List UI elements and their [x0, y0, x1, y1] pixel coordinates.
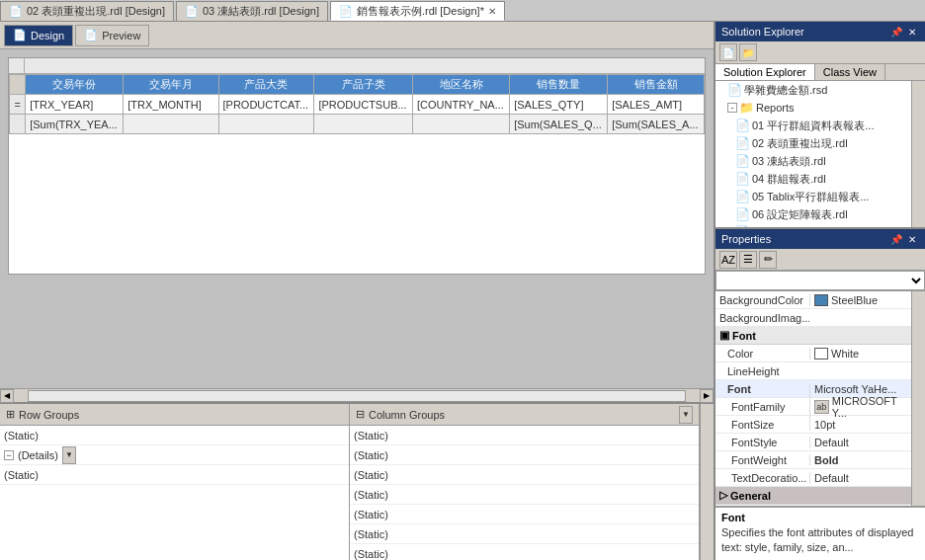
prop-category-font[interactable]: ▣ Font: [715, 327, 911, 345]
row-group-static-1: (Static): [0, 426, 349, 445]
solution-explorer-title-bar: Solution Explorer 📌 ✕: [715, 22, 925, 41]
data-row: = [TRX_YEAR] [TRX_MONTH] [PRODUCTCAT... …: [10, 95, 705, 115]
tab-bar: 📄 02 表頭重複出現.rdl [Design] 📄 03 凍結表頭.rdl […: [0, 0, 925, 22]
bottom-panel: ⊞ Row Groups (Static) − (Details) ▼ (Sta…: [0, 402, 714, 560]
prop-name-fontweight: FontWeight: [715, 454, 809, 466]
column-groups-scroll[interactable]: [700, 404, 714, 560]
row-groups-label: Row Groups: [19, 409, 79, 421]
properties-panel: Properties 📌 ✕ AZ ☰ ✏: [715, 229, 925, 560]
rdl-01-label: 01 平行群組資料表報表...: [752, 119, 874, 133]
se-new-btn[interactable]: 📄: [719, 43, 737, 61]
row-indicator: =: [10, 95, 26, 115]
col-group-1: (Static): [350, 445, 699, 465]
tree-item-07: 📄 07 縮粒群組組框.rdl: [715, 223, 911, 227]
prop-desc-text: Specifies the font attributes of display…: [721, 525, 919, 556]
row-group-items: (Static) − (Details) ▼ (Static): [0, 426, 349, 560]
font-category-toggle: ▣: [719, 329, 729, 342]
col-header-3: 产品子类: [314, 75, 413, 95]
properties-pin-icon[interactable]: 📌: [889, 232, 903, 246]
row-group-static-2: (Static): [0, 465, 349, 485]
data-cell-1: [TRX_MONTH]: [124, 95, 218, 115]
tree-item-04: 📄 04 群組報表.rdl: [715, 170, 911, 188]
prop-value-font[interactable]: Microsoft YaHe...: [809, 383, 911, 395]
rdl-04-icon: 📄: [735, 172, 750, 186]
tree-item-06: 📄 06 設定矩陣報表.rdl: [715, 205, 911, 223]
details-expand-btn[interactable]: −: [4, 450, 14, 460]
tree-item-02: 📄 02 表頭重複出現.rdl: [715, 134, 911, 152]
solution-explorer-title: Solution Explorer: [721, 26, 804, 38]
sort-az-btn[interactable]: AZ: [719, 251, 737, 269]
tree-item-05: 📄 05 Tablix平行群組報表...: [715, 188, 911, 205]
se-tab-class-view[interactable]: Class View: [815, 64, 885, 80]
general-category-label: General: [730, 490, 771, 502]
prop-row-fontsize: FontSize 10pt: [715, 416, 911, 434]
col-header-4: 地区名称: [413, 75, 510, 95]
prop-value-textdecoration[interactable]: Default: [809, 472, 911, 484]
prop-value-color[interactable]: White: [809, 348, 911, 360]
preview-label: Preview: [102, 30, 140, 41]
properties-scrollbar[interactable]: [911, 291, 925, 506]
preview-icon: 📄: [84, 29, 98, 41]
general-category-toggle: ▷: [719, 489, 727, 502]
main-layout: 📄 Design 📄 Preview: [0, 22, 925, 560]
row-group-static-1-label: (Static): [4, 430, 39, 441]
properties-toolbar: AZ ☰ ✏: [715, 249, 925, 271]
scroll-track[interactable]: [28, 390, 686, 402]
reports-toggle[interactable]: -: [727, 103, 737, 113]
col-group-0: (Static): [350, 426, 699, 445]
design-label: Design: [31, 30, 64, 41]
prop-category-general[interactable]: ▷ General: [715, 487, 911, 505]
tab-sales-label: 銷售報表示例.rdl [Design]*: [357, 4, 484, 19]
scroll-left-arrow[interactable]: ◀: [0, 389, 14, 403]
title-bar-icons: 📌 ✕: [889, 25, 919, 39]
tree-item-rsd: 📄 學雜費總金額.rsd: [715, 81, 911, 99]
prop-row-fontstyle: FontStyle Default: [715, 434, 911, 451]
preview-button[interactable]: 📄 Preview: [75, 25, 149, 46]
prop-value-fontsize[interactable]: 10pt: [809, 419, 911, 431]
tab-02[interactable]: 📄 02 表頭重複出現.rdl [Design]: [0, 1, 174, 21]
category-view-btn[interactable]: ☰: [739, 251, 757, 269]
prop-desc-title: Font: [721, 512, 919, 523]
solution-explorer: Solution Explorer 📌 ✕ 📄 📁 Solution Explo…: [715, 22, 925, 229]
details-label: (Details): [18, 449, 58, 461]
design-button[interactable]: 📄 Design: [4, 25, 73, 46]
row-group-static-2-label: (Static): [4, 469, 39, 481]
se-tab-solution-explorer[interactable]: Solution Explorer: [715, 64, 815, 80]
pin-icon[interactable]: 📌: [889, 25, 903, 39]
design-canvas[interactable]: 交易年份 交易年月 产品大类 产品子类 地区名称 销售数量 销售金額 = [TR: [0, 49, 714, 388]
prop-value-bg-color[interactable]: SteelBlue: [809, 294, 911, 306]
details-drop-arrow[interactable]: ▼: [62, 446, 76, 464]
rdl-01-icon: 📄: [735, 119, 750, 132]
column-groups-drop[interactable]: ▼: [679, 406, 693, 424]
rdl-05-label: 05 Tablix平行群組報表...: [752, 190, 869, 204]
tab-sales-close[interactable]: ✕: [488, 6, 496, 17]
report-table: 交易年份 交易年月 产品大类 产品子类 地区名称 销售数量 销售金額 = [TR: [9, 74, 705, 134]
prop-row-fontfamily: FontFamily ab MICROSOFT Y...: [715, 398, 911, 416]
tab-03[interactable]: 📄 03 凍結表頭.rdl [Design]: [176, 1, 328, 21]
prop-description-box: Font Specifies the font attributes of di…: [715, 506, 925, 560]
font-family-icon: ab: [814, 400, 829, 414]
rsd-icon: 📄: [727, 83, 742, 97]
tab-sales[interactable]: 📄 銷售報表示例.rdl [Design]* ✕: [330, 1, 505, 21]
scroll-right-arrow[interactable]: ▶: [700, 389, 714, 403]
prop-value-fontstyle[interactable]: Default: [809, 437, 911, 448]
total-cell-5: [Sum(SALES_Q...: [510, 115, 608, 134]
horizontal-scrollbar[interactable]: ◀ ▶: [0, 388, 714, 402]
data-cell-6: [SALES_AMT]: [608, 95, 705, 115]
prop-value-fontfamily[interactable]: ab MICROSOFT Y...: [809, 395, 911, 419]
total-cell-1: [124, 115, 218, 134]
row-groups-header: ⊞ Row Groups: [0, 404, 349, 426]
column-groups-icon: ⊟: [356, 408, 365, 421]
reports-folder-icon: 📁: [739, 101, 754, 115]
column-groups-panel: ⊟ Column Groups ▼ (Static) (Static) (Sta…: [350, 404, 700, 560]
properties-close-icon[interactable]: ✕: [905, 232, 919, 246]
properties-dropdown[interactable]: [715, 271, 925, 290]
se-folder-btn[interactable]: 📁: [739, 43, 757, 61]
tab-sales-icon: 📄: [339, 5, 353, 18]
property-pages-btn[interactable]: ✏: [759, 251, 777, 269]
prop-value-fontweight[interactable]: Bold: [809, 454, 911, 466]
left-panel: 📄 Design 📄 Preview: [0, 22, 714, 560]
se-scrollbar[interactable]: [911, 81, 925, 227]
close-panel-icon[interactable]: ✕: [905, 25, 919, 39]
col-group-3: (Static): [350, 485, 699, 505]
